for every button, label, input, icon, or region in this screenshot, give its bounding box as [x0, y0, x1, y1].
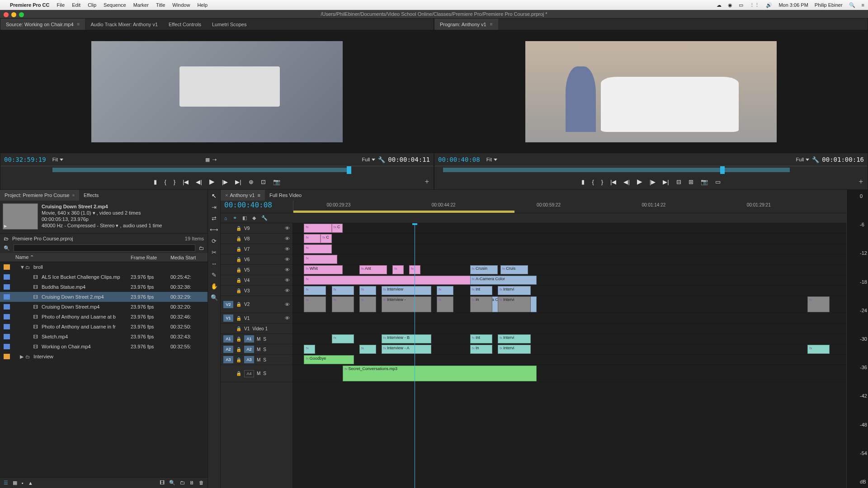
- track-header[interactable]: A2🔒A2MS: [221, 344, 292, 355]
- clip[interactable]: fx: [437, 296, 453, 312]
- clip[interactable]: fxWhit: [304, 265, 343, 274]
- project-row[interactable]: 🎞Sketch.mp423.976 fps00:32:43:: [0, 332, 208, 342]
- track-lane[interactable]: fxfxfxInterview - AfxInfxIntervifx: [293, 344, 846, 355]
- status-volume-icon[interactable]: 🔊: [766, 2, 772, 8]
- project-row[interactable]: 🎞ALS Ice Bucket Challenge Clips.mp23.976…: [0, 272, 208, 282]
- wrench-icon[interactable]: 🔧: [378, 156, 385, 163]
- track-header[interactable]: 🔒V9👁: [221, 223, 292, 234]
- spotlight-icon[interactable]: 🔍: [849, 2, 855, 8]
- project-row[interactable]: 🎞Cruising Down Street 2.mp423.976 fps00:…: [0, 292, 208, 302]
- menu-file[interactable]: File: [57, 2, 65, 8]
- play-icon[interactable]: ▶: [209, 178, 215, 186]
- track-header[interactable]: A1🔒A1MS: [221, 334, 292, 344]
- clip[interactable]: fxGoodbye: [304, 355, 354, 364]
- clip[interactable]: fx: [304, 224, 331, 233]
- icon-view-icon[interactable]: ▦: [13, 480, 17, 486]
- clip[interactable]: fxIn: [470, 296, 492, 312]
- clip[interactable]: fxInt: [470, 286, 492, 295]
- clip[interactable]: fxA-Camera Color: [470, 276, 537, 285]
- project-row[interactable]: ▶🗀Interview: [0, 352, 208, 361]
- tab-effects[interactable]: Effects: [79, 190, 103, 201]
- clip[interactable]: fx: [437, 286, 453, 295]
- track-header[interactable]: V1🔒V1👁: [221, 313, 292, 324]
- menu-title[interactable]: Title: [156, 2, 165, 8]
- clip[interactable]: fxInterview: [382, 286, 431, 295]
- track-lane[interactable]: fx: [293, 244, 846, 254]
- maximize-button[interactable]: [19, 12, 24, 17]
- clip[interactable]: fx: [332, 286, 354, 295]
- clips-area[interactable]: fxfxCfxfxCfxfxfxWhitfxAntfxfxfxCrusinfxC…: [293, 223, 846, 488]
- track-header[interactable]: 🔒V3👁: [221, 286, 292, 296]
- out-icon[interactable]: }: [601, 178, 603, 185]
- ripple-tool[interactable]: ⇄: [212, 215, 217, 222]
- track-header[interactable]: A3🔒A3MS: [221, 355, 292, 365]
- linked-icon[interactable]: ⚭: [233, 215, 237, 221]
- search-input[interactable]: [14, 244, 195, 252]
- out-icon[interactable]: }: [174, 178, 175, 185]
- lift-icon[interactable]: ⊟: [676, 178, 681, 185]
- zoom-tool[interactable]: 🔍: [211, 294, 218, 301]
- tab-effect-controls[interactable]: Effect Controls: [163, 19, 207, 30]
- settings-icon[interactable]: 🔧: [261, 215, 268, 221]
- goto-in-icon[interactable]: |◀: [183, 178, 189, 185]
- wrench-icon[interactable]: 🔧: [812, 156, 819, 163]
- track-header[interactable]: 🔒V7👁: [221, 244, 292, 254]
- menu-marker[interactable]: Marker: [133, 2, 149, 8]
- clip[interactable]: fxCrusin: [470, 265, 498, 274]
- clip[interactable]: fxIntervi: [498, 286, 531, 295]
- track-lane[interactable]: fxSecret_Conversations.mp3: [293, 365, 846, 382]
- rate-tool[interactable]: ⟳: [212, 238, 217, 244]
- step-back-icon[interactable]: ◀|: [623, 178, 629, 185]
- clip[interactable]: fx: [332, 334, 354, 343]
- project-row[interactable]: 🎞Working on Chair.mp423.976 fps00:32:55:: [0, 342, 208, 352]
- pen-tool[interactable]: ✎: [212, 272, 217, 278]
- menu-edit[interactable]: Edit: [72, 2, 80, 8]
- clip[interactable]: fx: [359, 345, 376, 354]
- timeline-timecode[interactable]: 00:00:40:08: [221, 199, 276, 211]
- add-button-icon[interactable]: +: [425, 178, 429, 186]
- clip[interactable]: fx: [304, 255, 337, 264]
- clip[interactable]: fx: [359, 296, 376, 312]
- clip[interactable]: fxIntervi: [498, 345, 531, 354]
- drag-icon[interactable]: ⇢: [212, 157, 217, 163]
- overwrite-icon[interactable]: ⊡: [261, 178, 266, 185]
- status-display-icon[interactable]: ▭: [739, 2, 743, 8]
- clip[interactable]: fx: [359, 286, 376, 295]
- new-bin-icon[interactable]: 🗀: [180, 480, 185, 486]
- source-ruler[interactable]: [0, 166, 434, 174]
- clip[interactable]: fxC: [332, 224, 343, 233]
- clip[interactable]: fxIn: [470, 345, 492, 354]
- track-header[interactable]: 🔒V6👁: [221, 254, 292, 265]
- tab-audio-mixer[interactable]: Audio Track Mixer: Anthony v1: [85, 19, 163, 30]
- program-timecode[interactable]: 00:00:40:08: [438, 156, 480, 163]
- list-view-icon[interactable]: ☰: [4, 480, 8, 486]
- status-wifi-icon[interactable]: ⋮⋮: [750, 2, 760, 8]
- step-back-icon[interactable]: ◀|: [196, 178, 202, 185]
- app-name[interactable]: Premiere Pro CC: [10, 2, 49, 8]
- project-row[interactable]: 🎞Photo of Anthony and Laarne at b23.976 …: [0, 312, 208, 322]
- track-lane[interactable]: fxfxA-Camera Color: [293, 275, 846, 286]
- in-icon[interactable]: {: [592, 178, 594, 185]
- marker-span-icon[interactable]: ◧: [242, 215, 247, 221]
- clip[interactable]: fxIntervi: [498, 296, 531, 312]
- hand-tool[interactable]: ✋: [211, 283, 218, 290]
- clip[interactable]: fx: [304, 296, 326, 312]
- track-header[interactable]: 🔒V1Video 1: [221, 324, 292, 334]
- goto-out-icon[interactable]: ▶|: [663, 178, 669, 185]
- program-ruler[interactable]: [434, 166, 868, 174]
- source-viewer[interactable]: [0, 30, 434, 153]
- status-cc-icon[interactable]: ◉: [728, 2, 732, 8]
- insert-icon[interactable]: ⊕: [249, 178, 254, 185]
- clip[interactable]: fxInterview -: [382, 296, 431, 312]
- settings-icon[interactable]: ▦: [205, 157, 210, 163]
- clip[interactable]: fx: [304, 244, 331, 253]
- track-select-tool[interactable]: ⇥: [212, 204, 217, 211]
- menu-clip[interactable]: Clip: [88, 2, 96, 8]
- clip[interactable]: fx: [807, 345, 830, 354]
- clip[interactable]: fx: [304, 286, 326, 295]
- close-icon[interactable]: ≡: [77, 22, 80, 27]
- marker-add-icon[interactable]: ◆: [252, 215, 256, 221]
- track-lane[interactable]: fxfxC: [293, 234, 846, 244]
- track-lane[interactable]: fxfxInterview - BfxIntfxIntervi: [293, 334, 846, 344]
- track-lane[interactable]: [293, 313, 846, 324]
